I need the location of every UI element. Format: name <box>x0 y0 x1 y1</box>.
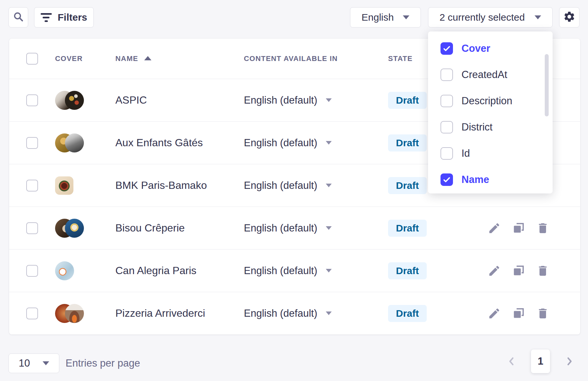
chevron-down-icon <box>43 361 49 365</box>
row-checkbox[interactable] <box>26 265 38 277</box>
status-badge: Draft <box>388 134 427 151</box>
previous-page-icon[interactable] <box>506 356 517 367</box>
locale-cell[interactable]: English (default) <box>235 94 380 106</box>
row-checkbox[interactable] <box>26 94 38 106</box>
column-visibility-select[interactable]: 2 currently selected <box>428 7 553 28</box>
cover-avatar <box>55 261 74 280</box>
column-header-content-available-in: CONTENT AVAILABLE IN <box>244 54 338 63</box>
edit-icon[interactable] <box>488 307 501 320</box>
checkmark-icon <box>442 44 451 53</box>
entries-per-page-label: Entries per page <box>66 353 140 373</box>
cover-images <box>46 304 107 323</box>
delete-icon[interactable] <box>536 222 549 235</box>
delete-icon[interactable] <box>536 307 549 320</box>
dropdown-scrollbar[interactable] <box>545 54 549 116</box>
edit-icon[interactable] <box>488 222 501 235</box>
chevron-down-icon <box>326 141 332 145</box>
page-size-value: 10 <box>19 357 30 369</box>
dropdown-item-label: Name <box>461 174 489 186</box>
filter-icon <box>41 13 52 22</box>
locale-cell[interactable]: English (default) <box>235 265 380 277</box>
status-badge: Draft <box>388 92 427 109</box>
checkbox[interactable] <box>441 173 453 186</box>
filters-button-label: Filters <box>58 12 87 23</box>
cover-avatar <box>65 91 84 110</box>
settings-button[interactable] <box>559 7 579 28</box>
row-checkbox[interactable] <box>26 308 38 319</box>
chevron-down-icon <box>326 269 332 272</box>
cover-avatar <box>65 219 84 238</box>
dropdown-item-createdat[interactable]: CreatedAt <box>428 62 553 88</box>
column-visibility-dropdown: Cover CreatedAt Description District Id … <box>428 31 553 193</box>
search-button[interactable] <box>9 7 28 28</box>
checkbox[interactable] <box>441 95 453 107</box>
locale-select[interactable]: English <box>350 7 421 28</box>
filters-button[interactable]: Filters <box>34 7 94 28</box>
cover-avatar <box>55 176 73 195</box>
cover-images <box>46 261 107 280</box>
edit-icon[interactable] <box>488 264 501 277</box>
cover-images <box>46 91 107 110</box>
checkbox[interactable] <box>441 69 453 81</box>
gear-icon <box>563 10 576 24</box>
entry-name: BMK Paris-Bamako <box>115 179 207 191</box>
dropdown-item-name[interactable]: Name <box>428 167 553 193</box>
entry-name: Bisou Crêperie <box>115 222 185 234</box>
cover-images <box>46 133 107 152</box>
delete-icon[interactable] <box>536 264 549 277</box>
duplicate-icon[interactable] <box>512 264 525 277</box>
page-size-select[interactable]: 10 <box>9 353 59 373</box>
dropdown-item-district[interactable]: District <box>428 114 553 140</box>
page-number-button[interactable]: 1 <box>531 350 550 373</box>
locale-cell[interactable]: English (default) <box>235 137 380 149</box>
chevron-down-icon <box>326 98 332 102</box>
status-badge: Draft <box>388 220 427 237</box>
entry-name: Pizzeria Arrivederci <box>115 307 205 319</box>
cover-images <box>46 176 107 195</box>
locale-cell[interactable]: English (default) <box>235 222 380 234</box>
locale-select-value: English <box>362 12 394 23</box>
checkbox[interactable] <box>441 147 453 160</box>
row-checkbox[interactable] <box>26 180 38 191</box>
chevron-down-icon <box>326 311 332 315</box>
column-header-state: STATE <box>388 54 413 63</box>
locale-cell[interactable]: English (default) <box>235 308 380 319</box>
status-badge: Draft <box>388 262 427 279</box>
entry-name: Can Alegria Paris <box>115 265 196 277</box>
cover-images <box>46 219 107 238</box>
dropdown-item-description[interactable]: Description <box>428 88 553 114</box>
content-manager-page: Filters English 2 currently selected COV… <box>0 0 588 381</box>
dropdown-item-id[interactable]: Id <box>428 140 553 167</box>
duplicate-icon[interactable] <box>512 307 525 320</box>
entry-name: Aux Enfants Gâtés <box>115 137 203 149</box>
entry-name: ASPIC <box>115 94 147 106</box>
cover-avatar <box>65 304 84 323</box>
dropdown-item-label: CreatedAt <box>461 69 507 81</box>
column-header-cover: COVER <box>55 54 83 63</box>
pagination: 1 <box>506 350 575 373</box>
select-all-checkbox[interactable] <box>26 53 38 65</box>
table-row: Bisou Crêperie English (default) Draft <box>9 207 580 249</box>
row-checkbox[interactable] <box>26 137 38 149</box>
next-page-icon[interactable] <box>564 356 575 367</box>
locale-cell[interactable]: English (default) <box>235 180 380 191</box>
row-checkbox[interactable] <box>26 222 38 234</box>
dropdown-item-label: Cover <box>461 43 490 54</box>
column-header-name[interactable]: NAME <box>115 54 138 63</box>
duplicate-icon[interactable] <box>512 222 525 235</box>
checkmark-icon <box>442 175 451 184</box>
chevron-down-icon <box>403 15 409 19</box>
checkbox[interactable] <box>441 121 453 133</box>
status-badge: Draft <box>388 305 427 322</box>
checkbox[interactable] <box>441 42 453 55</box>
chevron-down-icon <box>326 184 332 187</box>
dropdown-item-label: Id <box>461 148 470 159</box>
dropdown-item-cover[interactable]: Cover <box>428 35 553 62</box>
table-row: Pizzeria Arrivederci English (default) D… <box>9 292 580 334</box>
chevron-down-icon <box>535 15 541 19</box>
sort-ascending-icon[interactable] <box>144 56 151 60</box>
column-visibility-value: 2 currently selected <box>440 12 525 23</box>
dropdown-item-label: District <box>461 121 493 133</box>
status-badge: Draft <box>388 177 427 194</box>
search-icon <box>13 11 24 24</box>
